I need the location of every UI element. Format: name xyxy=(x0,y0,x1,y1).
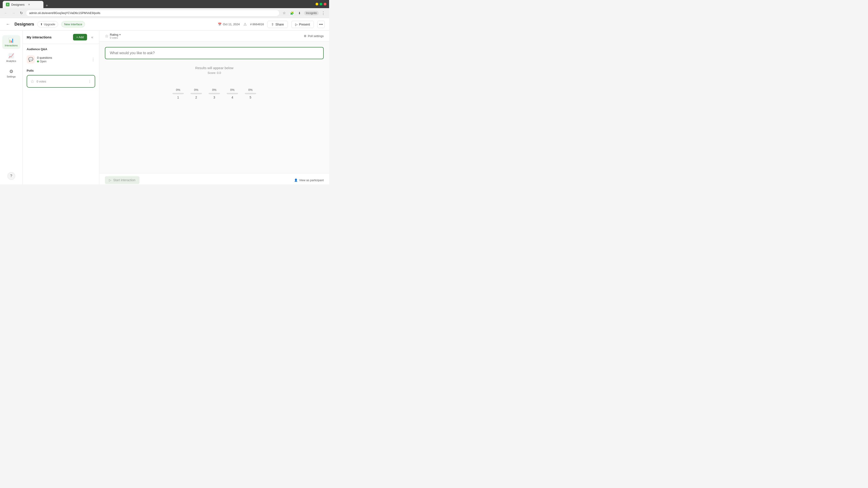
rating-info: Rating ▾ 0 votes xyxy=(110,33,121,39)
view-participant-button[interactable]: 👤 View as participant xyxy=(294,178,324,182)
sidebar-item-interactions[interactable]: 📊 Interactions xyxy=(2,35,20,49)
qa-count: 0 questions xyxy=(37,56,89,59)
chart-num-2: 2 xyxy=(195,96,197,99)
forward-nav-button[interactable]: → xyxy=(10,10,17,16)
chart-col-4: 0% 4 xyxy=(227,88,238,99)
poll-more-button[interactable]: ⋮ xyxy=(88,79,92,84)
chart-pct-1: 0% xyxy=(176,88,180,92)
url-text: admin.sli.do/event/8Goq3eqYCVaD6c1SPMVoE… xyxy=(29,11,100,15)
maximize-button[interactable] xyxy=(320,3,322,5)
interactions-label: Interactions xyxy=(5,44,18,47)
app-header: ← Designers ⬆ Upgrade New interface 📅 Oc… xyxy=(0,18,329,31)
chart-bar-5 xyxy=(245,93,256,94)
nav-more-button[interactable]: ⋮ xyxy=(320,10,327,16)
main-footer: ▷ Start interaction 👤 View as participan… xyxy=(99,173,329,184)
qa-icon: 💬 xyxy=(27,55,35,64)
back-nav-button[interactable]: ← xyxy=(3,10,9,16)
add-button[interactable]: + Add xyxy=(73,34,87,40)
chart-bar-3 xyxy=(209,93,220,94)
question-input[interactable] xyxy=(105,47,324,59)
sidebar-item-settings[interactable]: ⚙ Settings xyxy=(2,66,20,80)
start-interaction-button[interactable]: ▷ Start interaction xyxy=(105,176,140,184)
app-body: 📊 Interactions 📈 Analytics ⚙ Settings ? … xyxy=(0,31,329,184)
chart-pct-5: 0% xyxy=(248,88,253,92)
chart-col-2: 0% 2 xyxy=(191,88,202,99)
chart-pct-2: 0% xyxy=(194,88,198,92)
new-tab-button[interactable]: + xyxy=(43,3,51,8)
interactions-icon: 📊 xyxy=(8,37,14,43)
poll-settings-icon: ⚙ xyxy=(304,34,307,38)
extensions-button[interactable]: 🧩 xyxy=(289,10,295,16)
nav-bar: ← → ↻ admin.sli.do/event/8Goq3eqYCVaD6c1… xyxy=(0,8,329,18)
poll-settings-label: Poll settings xyxy=(308,34,324,38)
present-label: Present xyxy=(299,23,310,26)
date-badge: 📅 Oct 11, 2024 xyxy=(218,23,240,26)
chart-bar-2 xyxy=(191,93,202,94)
address-bar[interactable]: admin.sli.do/event/8Goq3eqYCVaD6c1SPMVoE… xyxy=(26,10,280,17)
upgrade-button[interactable]: ⬆ Upgrade xyxy=(37,21,58,27)
date-icon: 📅 xyxy=(218,23,221,26)
rating-selector[interactable]: ☆ Rating ▾ 0 votes xyxy=(105,33,121,39)
header-more-button[interactable]: ••• xyxy=(317,21,324,28)
minimize-button[interactable] xyxy=(315,3,318,5)
present-button[interactable]: ▷ Present xyxy=(291,21,314,28)
qa-info: 0 questions Open xyxy=(37,56,89,63)
add-label: + Add xyxy=(76,35,84,39)
qa-section-title: Audience Q&A xyxy=(27,47,95,51)
tab-title: Designers xyxy=(11,3,25,6)
poll-votes: 0 votes xyxy=(37,80,86,83)
share-label: Share xyxy=(275,23,284,26)
qa-status: Open xyxy=(37,60,89,63)
upgrade-icon: ⬆ xyxy=(40,23,43,26)
share-button[interactable]: ⇧ Share xyxy=(268,21,287,28)
chart-pct-3: 0% xyxy=(212,88,217,92)
chart-num-3: 3 xyxy=(213,96,215,99)
qa-status-text: Open xyxy=(40,60,46,63)
panel-content: Audience Q&A 💬 0 questions Open ⋮ Polls … xyxy=(23,44,99,184)
results-area: Results will appear below Score: 0.0 xyxy=(105,59,324,77)
chart-col-1: 0% 1 xyxy=(173,88,184,99)
event-id-number: 8664816 xyxy=(252,23,264,26)
close-window-button[interactable] xyxy=(324,3,327,5)
chart-num-5: 5 xyxy=(250,96,251,99)
poll-star-icon: ☆ xyxy=(30,78,34,84)
warning-icon: ⚠ xyxy=(243,22,247,26)
tab-favicon: S xyxy=(6,3,9,6)
rating-label: Rating xyxy=(110,33,119,36)
rating-label-row: Rating ▾ xyxy=(110,33,121,36)
settings-icon: ⚙ xyxy=(9,69,13,74)
poll-toolbar: ☆ Rating ▾ 0 votes ⚙ Poll settings xyxy=(99,31,329,41)
poll-settings-button[interactable]: ⚙ Poll settings xyxy=(304,34,324,38)
polls-section-title: Polls xyxy=(27,69,95,72)
qa-more-button[interactable]: ⋮ xyxy=(91,57,95,62)
share-icon: ⇧ xyxy=(271,23,274,26)
rating-votes-text: 0 votes xyxy=(110,36,121,39)
refresh-nav-button[interactable]: ↻ xyxy=(18,10,24,16)
panel-title: My interactions xyxy=(27,35,52,39)
sidebar: 📊 Interactions 📈 Analytics ⚙ Settings ? xyxy=(0,31,23,184)
collapse-button[interactable]: « xyxy=(89,34,95,40)
main-content: ☆ Rating ▾ 0 votes ⚙ Poll settings Resul… xyxy=(99,31,329,184)
status-dot xyxy=(37,61,39,62)
present-icon: ▷ xyxy=(295,23,298,26)
bookmark-button[interactable]: ☆ xyxy=(281,10,287,16)
results-label: Results will appear below xyxy=(110,66,319,70)
back-button[interactable]: ← xyxy=(4,21,11,28)
incognito-badge: Incognito xyxy=(304,11,319,15)
sidebar-item-analytics[interactable]: 📈 Analytics xyxy=(2,51,20,65)
interactions-panel: My interactions + Add « Audience Q&A 💬 0… xyxy=(23,31,99,184)
tab-close-button[interactable]: × xyxy=(28,3,30,6)
chart-bar-1 xyxy=(173,93,184,94)
download-button[interactable]: ⬇ xyxy=(296,10,303,16)
qa-item: 💬 0 questions Open ⋮ xyxy=(27,54,95,65)
new-interface-button[interactable]: New interface xyxy=(61,21,85,27)
poll-card[interactable]: ☆ 0 votes ⋮ xyxy=(27,75,95,88)
date-text: Oct 11, 2024 xyxy=(223,23,240,26)
start-icon: ▷ xyxy=(109,178,112,182)
start-label: Start interaction xyxy=(113,178,135,182)
upgrade-label: Upgrade xyxy=(44,23,55,26)
help-button[interactable]: ? xyxy=(7,172,15,180)
chart-pct-4: 0% xyxy=(230,88,235,92)
rating-star-icon: ☆ xyxy=(105,34,108,39)
rating-dropdown-icon: ▾ xyxy=(119,33,121,36)
